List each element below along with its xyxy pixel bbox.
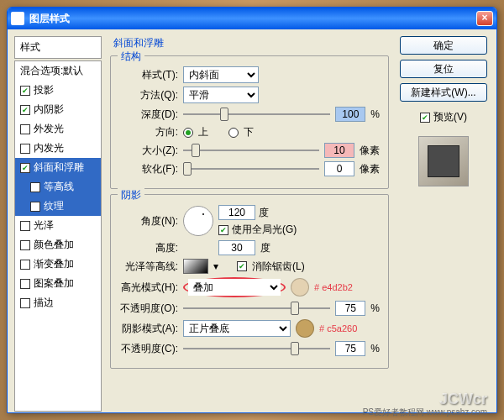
close-button[interactable]: × xyxy=(476,11,493,26)
checkbox-icon[interactable]: ✔ xyxy=(20,86,30,96)
dialog-title: 图层样式 xyxy=(29,12,476,26)
layer-style-dialog: 图层样式 × 样式 混合选项:默认✔投影✔内阴影外发光内发光✔斜面和浮雕等高线纹… xyxy=(7,7,497,413)
checkbox-icon[interactable] xyxy=(20,240,30,250)
style-item-label: 投影 xyxy=(34,83,54,97)
antialias-checkbox[interactable]: ✔ xyxy=(237,261,247,271)
style-item-label: 混合选项:默认 xyxy=(20,64,83,78)
highlight-opacity-slider[interactable] xyxy=(183,301,330,316)
altitude-unit: 度 xyxy=(260,241,270,255)
style-item[interactable]: 等高线 xyxy=(15,177,101,197)
checkbox-icon[interactable] xyxy=(20,124,30,134)
contour-label: 光泽等高线: xyxy=(119,260,178,274)
checkbox-icon[interactable] xyxy=(20,260,30,270)
angle-value[interactable]: 120 xyxy=(218,205,255,220)
style-item[interactable]: 光泽 xyxy=(15,216,101,235)
checkbox-icon[interactable] xyxy=(20,144,30,154)
new-style-button[interactable]: 新建样式(W)... xyxy=(400,83,487,102)
styles-panel: 样式 混合选项:默认✔投影✔内阴影外发光内发光✔斜面和浮雕等高线纹理光泽颜色叠加… xyxy=(14,36,102,406)
direction-down-radio[interactable] xyxy=(228,128,239,138)
style-item[interactable]: 混合选项:默认 xyxy=(15,61,101,81)
shadow-opacity-value[interactable]: 75 xyxy=(335,341,365,356)
depth-value[interactable]: 100 xyxy=(335,107,365,122)
direction-up-radio[interactable] xyxy=(183,128,193,138)
contour-picker[interactable] xyxy=(183,259,208,274)
checkbox-icon[interactable] xyxy=(30,182,40,192)
contour-dropdown-icon[interactable]: ▾ xyxy=(213,260,218,272)
soften-slider[interactable] xyxy=(183,161,319,176)
direction-label: 方向: xyxy=(119,125,178,139)
altitude-label: 高度: xyxy=(119,241,178,255)
style-item[interactable]: ✔内阴影 xyxy=(15,100,101,119)
style-item[interactable]: 描边 xyxy=(15,293,101,312)
highlight-mode-select[interactable]: 叠加 xyxy=(188,279,281,296)
style-item[interactable]: 纹理 xyxy=(15,197,101,216)
size-slider[interactable] xyxy=(183,143,319,158)
checkbox-icon[interactable]: ✔ xyxy=(20,163,30,173)
highlight-color-swatch[interactable] xyxy=(291,278,309,297)
direction-up-label: 上 xyxy=(198,125,208,139)
style-item-label: 纹理 xyxy=(44,199,64,213)
settings-panel: 斜面和浮雕 结构 样式(T): 内斜面 方法(Q): 平滑 深度(D): 100… xyxy=(107,36,392,406)
checkbox-icon[interactable] xyxy=(20,279,30,289)
depth-unit: % xyxy=(370,108,380,120)
style-item-label: 颜色叠加 xyxy=(34,238,74,252)
checkbox-icon[interactable] xyxy=(20,298,30,308)
style-item[interactable]: 渐变叠加 xyxy=(15,255,101,274)
cancel-button[interactable]: 复位 xyxy=(400,60,487,78)
angle-unit: 度 xyxy=(259,206,269,220)
style-item-label: 光泽 xyxy=(34,218,54,233)
highlight-opacity-unit: % xyxy=(370,302,380,314)
ok-button[interactable]: 确定 xyxy=(400,36,487,55)
direction-down-label: 下 xyxy=(244,125,254,139)
technique-select[interactable]: 平滑 xyxy=(183,87,259,103)
highlight-color-annotation: # e4d2b2 xyxy=(314,282,353,292)
structure-legend: 结构 xyxy=(118,50,144,64)
checkbox-icon[interactable] xyxy=(30,202,40,212)
preview-checkbox[interactable]: ✔ xyxy=(420,113,430,123)
global-light-checkbox[interactable]: ✔ xyxy=(218,225,228,235)
shadow-opacity-unit: % xyxy=(370,343,380,354)
app-icon xyxy=(11,12,24,25)
highlight-opacity-label: 不透明度(O): xyxy=(119,302,178,316)
shadow-color-annotation: # c5a260 xyxy=(319,323,357,333)
style-select[interactable]: 内斜面 xyxy=(183,66,259,83)
shadow-opacity-label: 不透明度(C): xyxy=(119,342,178,356)
style-item[interactable]: 内发光 xyxy=(15,139,101,158)
structure-fieldset: 结构 样式(T): 内斜面 方法(Q): 平滑 深度(D): 100 % 方向: xyxy=(110,55,389,189)
style-item[interactable]: 颜色叠加 xyxy=(15,235,101,255)
buttons-panel: 确定 复位 新建样式(W)... ✔ 预览(V) xyxy=(397,36,490,406)
titlebar[interactable]: 图层样式 × xyxy=(8,8,496,29)
style-item-label: 斜面和浮雕 xyxy=(34,160,84,175)
checkbox-icon[interactable] xyxy=(20,221,30,231)
highlight-mode-label: 高光模式(H): xyxy=(119,281,178,295)
soften-unit: 像素 xyxy=(360,162,380,176)
preview-label: 预览(V) xyxy=(433,110,467,124)
shadow-fieldset: 阴影 角度(N): 120 度 ✔ 使用全局光(G) xyxy=(110,194,389,369)
angle-dial[interactable] xyxy=(183,206,213,236)
watermark: JCWcr xyxy=(439,391,487,408)
style-item[interactable]: 图案叠加 xyxy=(15,274,101,293)
style-item-label: 描边 xyxy=(34,296,54,310)
styles-list: 混合选项:默认✔投影✔内阴影外发光内发光✔斜面和浮雕等高线纹理光泽颜色叠加渐变叠… xyxy=(14,60,102,412)
shadow-legend: 阴影 xyxy=(118,188,144,202)
section-title: 斜面和浮雕 xyxy=(113,36,389,50)
shadow-opacity-slider[interactable] xyxy=(183,341,330,356)
style-item[interactable]: ✔斜面和浮雕 xyxy=(15,158,101,177)
shadow-mode-label: 阴影模式(A): xyxy=(119,322,178,336)
preview-thumbnail xyxy=(418,136,469,186)
style-item[interactable]: ✔投影 xyxy=(15,81,101,100)
style-item[interactable]: 外发光 xyxy=(15,119,101,139)
depth-slider[interactable] xyxy=(183,107,330,122)
size-unit: 像素 xyxy=(360,144,380,158)
altitude-value[interactable]: 30 xyxy=(218,240,255,255)
shadow-color-swatch[interactable] xyxy=(296,319,314,338)
soften-value[interactable]: 0 xyxy=(324,161,354,176)
size-value[interactable]: 10 xyxy=(324,143,354,158)
styles-header: 样式 xyxy=(14,36,102,59)
highlight-opacity-value[interactable]: 75 xyxy=(335,301,365,316)
technique-label: 方法(Q): xyxy=(119,88,178,102)
style-item-label: 等高线 xyxy=(44,180,74,194)
checkbox-icon[interactable]: ✔ xyxy=(20,105,30,115)
style-item-label: 外发光 xyxy=(34,122,64,136)
shadow-mode-select[interactable]: 正片叠底 xyxy=(183,320,291,337)
